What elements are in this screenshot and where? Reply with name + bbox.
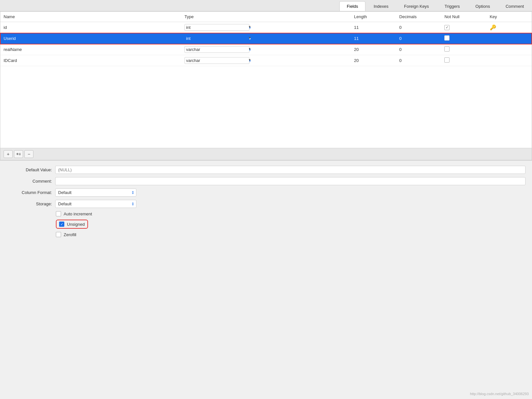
insert-field-icon: +≡ bbox=[16, 152, 21, 156]
field-name-cell: Userid bbox=[0, 33, 181, 44]
unsigned-row: Unsigned bbox=[56, 220, 88, 229]
type-select[interactable]: intvarchartextdatedatetimefloatdoublebig… bbox=[184, 57, 249, 64]
unsigned-checkbox[interactable] bbox=[59, 222, 64, 227]
col-header-key: Key bbox=[487, 12, 532, 22]
storage-row: Storage: Default Disk Memory bbox=[6, 200, 526, 208]
not-null-checkbox[interactable] bbox=[444, 57, 450, 63]
field-length-cell: 20 bbox=[351, 55, 396, 66]
field-name-cell: id bbox=[0, 22, 181, 33]
default-value-label: Default Value: bbox=[6, 167, 52, 172]
type-select-wrap: intvarchartextdatedatetimefloatdoublebig… bbox=[184, 57, 253, 64]
table-header-row: Name Type Length Decimals Not Null Key bbox=[0, 12, 532, 22]
storage-label: Storage: bbox=[6, 201, 52, 206]
default-value-row: Default Value: bbox=[6, 166, 526, 174]
remove-field-button[interactable]: − bbox=[24, 150, 33, 158]
storage-select[interactable]: Default Disk Memory bbox=[55, 200, 136, 208]
field-type-cell: intvarchartextdatedatetimefloatdoublebig… bbox=[181, 33, 351, 44]
comment-label: Comment: bbox=[6, 179, 52, 184]
type-select[interactable]: intvarchartextdatedatetimefloatdoublebig… bbox=[184, 46, 249, 53]
field-not-null-cell bbox=[441, 55, 486, 66]
fields-table: Name Type Length Decimals Not Null Key i… bbox=[0, 12, 532, 66]
auto-increment-label: Auto increment bbox=[64, 212, 92, 216]
not-null-checkbox[interactable] bbox=[444, 46, 450, 52]
column-format-select-wrap: Default Fixed Dynamic bbox=[55, 188, 136, 197]
field-not-null-cell bbox=[441, 33, 486, 44]
not-null-checkbox[interactable]: ✓ bbox=[444, 25, 450, 30]
field-key-cell bbox=[487, 44, 532, 55]
comment-input[interactable] bbox=[55, 177, 526, 185]
properties-panel: Default Value: Comment: Column Format: D… bbox=[0, 161, 532, 246]
field-decimals-cell: 0 bbox=[396, 55, 441, 66]
tab-comment[interactable]: Comment bbox=[498, 1, 531, 11]
main-content: Name Type Length Decimals Not Null Key i… bbox=[0, 11, 532, 161]
tab-indexes[interactable]: Indexes bbox=[366, 1, 396, 11]
type-select[interactable]: intvarchartextdatedatetimefloatdoublebig… bbox=[184, 35, 249, 42]
comment-row: Comment: bbox=[6, 177, 526, 185]
field-not-null-cell: ✓ bbox=[441, 22, 486, 33]
watermark: http://blog.csdn.net/github_34006293 bbox=[470, 392, 529, 396]
field-length-cell: 11 bbox=[351, 22, 396, 33]
col-header-not-null: Not Null bbox=[441, 12, 486, 22]
type-select-wrap: intvarchartextdatedatetimefloatdoublebig… bbox=[184, 46, 253, 53]
field-type-cell: intvarchartextdatedatetimefloatdoublebig… bbox=[181, 22, 351, 33]
bottom-toolbar: + +≡ − bbox=[0, 148, 532, 160]
column-format-select[interactable]: Default Fixed Dynamic bbox=[55, 188, 136, 197]
type-select[interactable]: intvarchartextdatedatetimefloatdoublebig… bbox=[184, 24, 249, 31]
field-decimals-cell: 0 bbox=[396, 22, 441, 33]
field-key-cell: 🔑 bbox=[487, 22, 532, 33]
field-decimals-cell: 0 bbox=[396, 33, 441, 44]
zerofill-checkbox[interactable] bbox=[56, 232, 61, 237]
table-row[interactable]: IDCardintvarchartextdatedatetimefloatdou… bbox=[0, 55, 532, 66]
col-header-name: Name bbox=[0, 12, 181, 22]
field-length-cell: 11 bbox=[351, 33, 396, 44]
auto-increment-row: Auto increment bbox=[56, 211, 526, 216]
field-name-cell: realName bbox=[0, 44, 181, 55]
zerofill-label: Zerofill bbox=[64, 232, 76, 237]
table-row[interactable]: idintvarchartextdatedatetimefloatdoubleb… bbox=[0, 22, 532, 33]
field-type-cell: intvarchartextdatedatetimefloatdoublebig… bbox=[181, 55, 351, 66]
tab-options[interactable]: Options bbox=[468, 1, 498, 11]
zerofill-row: Zerofill bbox=[56, 232, 526, 237]
table-row[interactable]: realNameintvarchartextdatedatetimefloatd… bbox=[0, 44, 532, 55]
type-select-wrap: intvarchartextdatedatetimefloatdoublebig… bbox=[184, 24, 253, 31]
not-null-checkbox[interactable] bbox=[444, 35, 450, 41]
fields-table-area: Name Type Length Decimals Not Null Key i… bbox=[0, 12, 532, 148]
field-key-cell bbox=[487, 55, 532, 66]
storage-select-wrap: Default Disk Memory bbox=[55, 200, 136, 208]
table-row[interactable]: Useridintvarchartextdatedatetimefloatdou… bbox=[0, 33, 532, 44]
column-format-row: Column Format: Default Fixed Dynamic bbox=[6, 188, 526, 197]
col-header-type: Type bbox=[181, 12, 351, 22]
tab-foreign-keys[interactable]: Foreign Keys bbox=[397, 1, 437, 11]
field-key-cell bbox=[487, 33, 532, 44]
auto-increment-checkbox[interactable] bbox=[56, 211, 61, 216]
add-field-button[interactable]: + bbox=[4, 150, 13, 158]
tab-fields[interactable]: Fields bbox=[339, 1, 366, 11]
column-format-label: Column Format: bbox=[6, 190, 52, 195]
tab-bar: Fields Indexes Foreign Keys Triggers Opt… bbox=[0, 0, 532, 11]
insert-field-button[interactable]: +≡ bbox=[14, 150, 23, 158]
field-type-cell: intvarchartextdatedatetimefloatdoublebig… bbox=[181, 44, 351, 55]
field-length-cell: 20 bbox=[351, 44, 396, 55]
key-icon: 🔑 bbox=[490, 25, 496, 30]
type-select-wrap: intvarchartextdatedatetimefloatdoublebig… bbox=[184, 35, 253, 42]
field-name-cell: IDCard bbox=[0, 55, 181, 66]
field-decimals-cell: 0 bbox=[396, 44, 441, 55]
tab-triggers[interactable]: Triggers bbox=[437, 1, 467, 11]
default-value-input[interactable] bbox=[55, 166, 526, 174]
col-header-length: Length bbox=[351, 12, 396, 22]
field-not-null-cell bbox=[441, 44, 486, 55]
unsigned-label: Unsigned bbox=[67, 222, 85, 227]
col-header-decimals: Decimals bbox=[396, 12, 441, 22]
